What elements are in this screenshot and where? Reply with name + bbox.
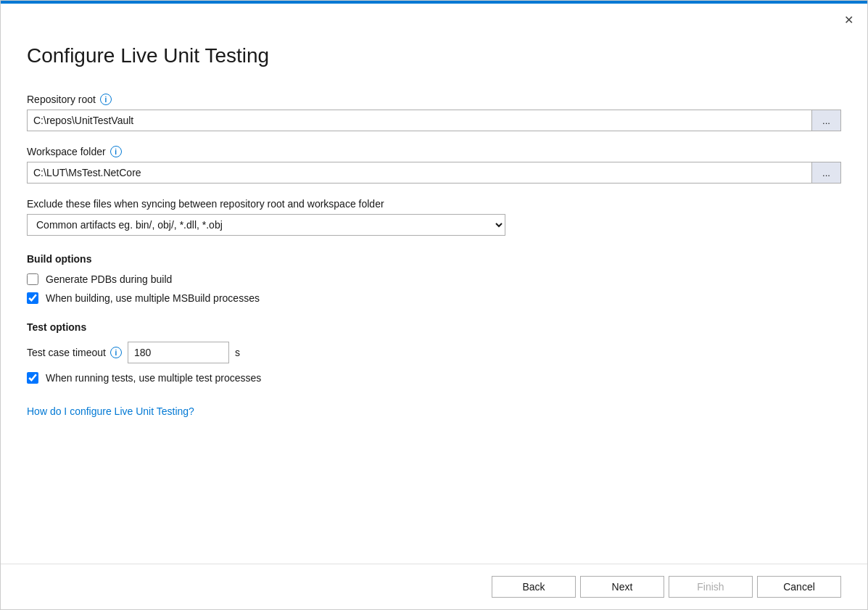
timeout-label: Test case timeout i [27,347,122,358]
finish-button[interactable]: Finish [669,576,753,598]
dialog-content: Configure Live Unit Testing Repository r… [1,30,867,564]
test-options-header: Test options [27,321,841,333]
exclude-files-label: Exclude these files when syncing between… [27,198,841,210]
workspace-folder-group: Workspace folder i ... [27,146,841,184]
repository-root-info-icon[interactable]: i [100,94,112,105]
exclude-files-dropdown-row: Common artifacts eg. bin/, obj/, *.dll, … [27,214,841,236]
workspace-folder-input-row: ... [27,162,841,184]
multiple-msbuild-checkbox[interactable] [27,292,38,304]
multiple-test-processes-checkbox[interactable] [27,372,38,384]
multiple-test-processes-label: When running tests, use multiple test pr… [46,372,261,384]
repository-root-group: Repository root i ... [27,94,841,131]
multiple-msbuild-label: When building, use multiple MSBuild proc… [46,292,260,304]
dialog-footer: Back Next Finish Cancel [1,564,867,609]
workspace-folder-label: Workspace folder i [27,146,841,157]
exclude-files-select[interactable]: Common artifacts eg. bin/, obj/, *.dll, … [27,214,505,236]
help-link[interactable]: How do I configure Live Unit Testing? [27,405,194,417]
multiple-msbuild-row: When building, use multiple MSBuild proc… [27,292,841,304]
configure-dialog: ✕ Configure Live Unit Testing Repository… [0,0,868,610]
generate-pdbs-row: Generate PDBs during build [27,273,841,285]
generate-pdbs-label: Generate PDBs during build [46,273,172,285]
workspace-folder-info-icon[interactable]: i [110,146,122,157]
workspace-folder-browse-button[interactable]: ... [812,162,841,184]
timeout-input[interactable] [128,342,229,363]
next-button[interactable]: Next [580,576,664,598]
repository-root-browse-button[interactable]: ... [812,110,841,131]
timeout-info-icon[interactable]: i [110,347,122,358]
dialog-title: Configure Live Unit Testing [27,44,841,67]
exclude-files-group: Exclude these files when syncing between… [27,198,841,236]
multiple-test-processes-row: When running tests, use multiple test pr… [27,372,841,384]
close-button[interactable]: ✕ [838,9,859,30]
generate-pdbs-checkbox[interactable] [27,273,38,285]
workspace-folder-input[interactable] [27,162,812,184]
build-options-header: Build options [27,253,841,265]
repository-root-input[interactable] [27,110,812,131]
timeout-unit: s [235,347,240,358]
timeout-row: Test case timeout i s [27,342,841,363]
back-button[interactable]: Back [492,576,576,598]
repository-root-input-row: ... [27,110,841,131]
cancel-button[interactable]: Cancel [757,576,841,598]
title-bar: ✕ [1,4,867,30]
repository-root-label: Repository root i [27,94,841,105]
